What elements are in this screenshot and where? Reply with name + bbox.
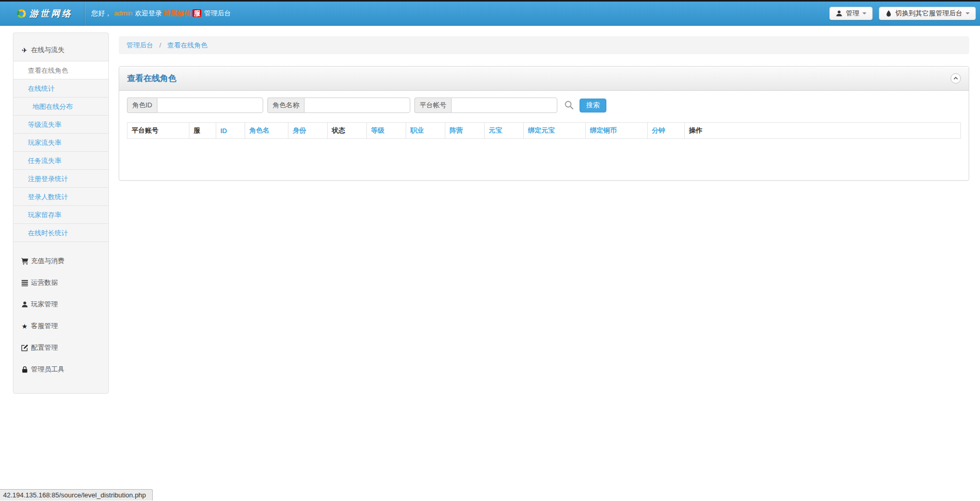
drop-icon [885, 10, 892, 17]
sidebar-item-level-churn[interactable]: 等级流失率 [13, 116, 108, 134]
top-navbar: 游世网络 您好，admin欢迎登录暗黑修仙服管理后台 管理 切换到其它服管理后台 [0, 0, 980, 26]
navbar-actions: 管理 切换到其它服管理后台 [829, 7, 976, 20]
main-content: 管理后台 / 查看在线角色 查看在线角色 角色ID 角色名称 [119, 36, 969, 181]
sidebar-section-label: 管理员工具 [31, 365, 65, 374]
user-icon [21, 301, 28, 308]
sidebar-section-player-management[interactable]: 玩家管理 [13, 294, 108, 315]
col-server: 服 [189, 123, 216, 139]
sidebar-section-label: 客服管理 [31, 321, 58, 331]
sidebar-item-map-online-distribution[interactable]: 地图在线分布 [13, 98, 108, 116]
sidebar-section-label: 玩家管理 [31, 300, 58, 309]
col-id[interactable]: ID [216, 123, 245, 139]
role-id-input[interactable] [157, 98, 263, 113]
admin-menu-button[interactable]: 管理 [829, 7, 873, 20]
brand-name: 游世网络 [29, 8, 73, 20]
caret-down-icon [862, 12, 866, 14]
col-role-name[interactable]: 角色名 [245, 123, 288, 139]
col-faction[interactable]: 阵营 [445, 123, 485, 139]
sidebar-section-online-churn[interactable]: ✈ 在线与流失 [13, 39, 108, 61]
sidebar-item-label: 注册登录统计 [28, 175, 68, 183]
role-id-group: 角色ID [127, 98, 263, 113]
sidebar-item-label: 地图在线分布 [33, 103, 73, 110]
sidebar-section-label: 在线与流失 [31, 45, 65, 55]
panel-title: 查看在线角色 [127, 73, 176, 84]
lock-icon [21, 366, 28, 373]
sidebar-item-player-retention[interactable]: 玩家留存率 [13, 206, 108, 224]
online-roles-table: 平台账号 服 ID 角色名 身份 状态 等级 职业 阵营 元宝 绑定元宝 绑定铜… [127, 122, 961, 139]
breadcrumb: 管理后台 / 查看在线角色 [119, 36, 969, 54]
col-status: 状态 [328, 123, 367, 139]
search-button[interactable]: 搜索 [580, 99, 606, 112]
col-identity[interactable]: 身份 [288, 123, 328, 139]
chevron-up-icon [953, 76, 958, 81]
col-yuanbao[interactable]: 元宝 [485, 123, 524, 139]
status-url-bar: 42.194.135.168:85/source/level_distribut… [0, 489, 153, 500]
sidebar-section-label: 配置管理 [31, 343, 58, 352]
search-form: 角色ID 角色名称 平台帐号 搜索 [127, 98, 961, 113]
sidebar-item-view-online-roles[interactable]: 查看在线角色 [13, 61, 108, 79]
role-name-label: 角色名称 [267, 98, 304, 113]
sidebar-section-operations-data[interactable]: 运营数据 [13, 272, 108, 294]
star-icon: ★ [21, 322, 28, 330]
sidebar-item-online-time-stats[interactable]: 在线时长统计 [13, 224, 108, 242]
table-header-row: 平台账号 服 ID 角色名 身份 状态 等级 职业 阵营 元宝 绑定元宝 绑定铜… [127, 123, 961, 139]
cart-icon [21, 257, 28, 265]
edit-icon [21, 344, 28, 351]
sidebar-item-label: 在线统计 [28, 85, 55, 92]
welcome-middle: 欢迎登录 [135, 9, 162, 17]
breadcrumb-separator: / [159, 41, 162, 49]
platform-account-label: 平台帐号 [414, 98, 451, 113]
sidebar-item-label: 查看在线角色 [28, 67, 68, 74]
welcome-suffix: 管理后台 [204, 9, 231, 17]
brand-logo-icon [17, 9, 26, 18]
welcome-message: 您好，admin欢迎登录暗黑修仙服管理后台 [91, 9, 231, 18]
sidebar-lower-sections: 充值与消费 运营数据 玩家管理 ★ 客服管理 配置管理 [13, 250, 108, 380]
sidebar-section-customer-service[interactable]: ★ 客服管理 [13, 315, 108, 337]
panel-body: 角色ID 角色名称 平台帐号 搜索 [119, 91, 969, 180]
search-icon [564, 100, 574, 110]
sidebar-section-label: 充值与消费 [31, 256, 65, 266]
sidebar-item-label: 玩家流失率 [28, 139, 61, 147]
role-name-input[interactable] [304, 98, 410, 113]
col-profession[interactable]: 职业 [406, 123, 445, 139]
switch-server-button[interactable]: 切换到其它服管理后台 [879, 7, 976, 20]
user-icon [836, 10, 843, 17]
col-minutes[interactable]: 分钟 [648, 123, 685, 139]
sidebar-item-register-login-stats[interactable]: 注册登录统计 [13, 170, 108, 188]
sidebar-item-login-count-stats[interactable]: 登录人数统计 [13, 188, 108, 206]
sidebar-section-label: 运营数据 [31, 278, 58, 287]
list-icon [21, 279, 28, 286]
sidebar-section-admin-tools[interactable]: 管理员工具 [13, 359, 108, 380]
sidebar-item-online-stats[interactable]: 在线统计 [13, 79, 108, 98]
brand-logo[interactable]: 游世网络 [17, 8, 73, 20]
navbar-divider [84, 2, 85, 25]
sidebar-item-label: 等级流失率 [28, 121, 61, 128]
sidebar-item-label: 登录人数统计 [28, 193, 68, 201]
platform-account-group: 平台帐号 [414, 98, 557, 113]
sidebar-item-label: 任务流失率 [28, 157, 61, 165]
sidebar-section-recharge[interactable]: 充值与消费 [13, 250, 108, 272]
col-bound-yuanbao[interactable]: 绑定元宝 [524, 123, 586, 139]
breadcrumb-current-link[interactable]: 查看在线角色 [167, 41, 207, 49]
col-bound-copper[interactable]: 绑定铜币 [586, 123, 648, 139]
col-platform-account: 平台账号 [127, 123, 189, 139]
server-badge: 服 [192, 9, 201, 17]
caret-down-icon [966, 12, 970, 14]
plane-icon: ✈ [21, 46, 28, 54]
breadcrumb-admin-home-link[interactable]: 管理后台 [126, 41, 153, 49]
sidebar-item-player-churn[interactable]: 玩家流失率 [13, 134, 108, 152]
online-roles-panel: 查看在线角色 角色ID 角色名称 平台帐号 [119, 66, 969, 181]
welcome-prefix: 您好， [91, 9, 111, 17]
role-name-group: 角色名称 [267, 98, 410, 113]
col-level[interactable]: 等级 [367, 123, 406, 139]
panel-collapse-button[interactable] [951, 73, 961, 84]
sidebar-section-config-management[interactable]: 配置管理 [13, 337, 108, 359]
panel-header: 查看在线角色 [119, 67, 969, 91]
server-name-text: 暗黑修仙 [164, 9, 190, 17]
admin-menu-label: 管理 [846, 9, 859, 18]
username-text: admin [114, 9, 132, 17]
sidebar-item-quest-churn[interactable]: 任务流失率 [13, 152, 108, 170]
sidebar: ✈ 在线与流失 查看在线角色 在线统计 地图在线分布 等级流失率 玩家流失率 任… [13, 33, 109, 394]
sidebar-item-label: 玩家留存率 [28, 211, 61, 219]
platform-account-input[interactable] [451, 98, 557, 113]
